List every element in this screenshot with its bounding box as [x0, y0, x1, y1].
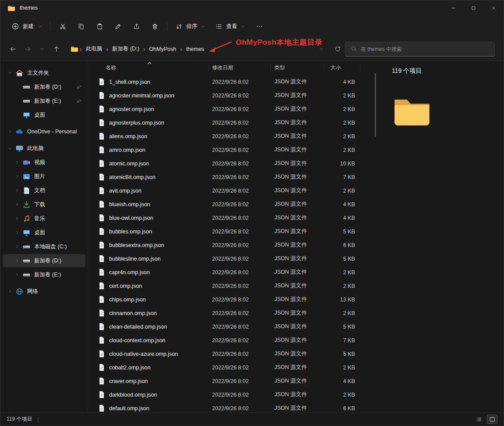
paste-button[interactable]	[90, 18, 109, 34]
breadcrumb-separator: ›	[180, 46, 183, 53]
sidebar-item[interactable]: 网络	[3, 285, 85, 298]
table-row[interactable]: capr4n.omp.json2022/9/26 8:02JSON 源文件2 K…	[88, 265, 380, 279]
table-row[interactable]: atomicBit.omp.json2022/9/26 8:02JSON 源文件…	[88, 170, 380, 184]
table-row[interactable]: bubblesline.omp.json2022/9/26 8:02JSON 源…	[88, 252, 380, 265]
table-row[interactable]: cert.omp.json2022/9/26 8:02JSON 源文件2 KB	[88, 279, 380, 293]
sidebar-item[interactable]: 新加卷 (E:)	[3, 268, 85, 281]
file-name: 1_shell.omp.json	[109, 79, 150, 85]
sidebar-item[interactable]: 视频	[3, 156, 85, 169]
chevron-right-icon[interactable]	[13, 160, 21, 165]
file-date-modified: 2022/9/26 8:02	[209, 106, 271, 112]
column-header-size[interactable]: 大小	[324, 61, 360, 74]
sort-button[interactable]: 排序	[170, 18, 210, 34]
search-input[interactable]	[361, 46, 489, 52]
maximize-button[interactable]	[463, 0, 483, 15]
file-name: agnoster.minimal.omp.json	[109, 93, 174, 99]
up-button[interactable]	[49, 42, 64, 56]
sidebar-item[interactable]: 新加卷 (D:)	[3, 80, 85, 93]
more-button[interactable]	[250, 18, 269, 34]
close-button[interactable]	[483, 0, 504, 15]
view-button[interactable]: 查看	[210, 18, 250, 34]
chevron-right-icon[interactable]	[13, 230, 21, 235]
table-row[interactable]: craver.omp.json2022/9/26 8:02JSON 源文件4 K…	[88, 374, 380, 388]
minimize-button[interactable]	[443, 0, 463, 15]
drive-icon	[22, 82, 31, 91]
sidebar-item[interactable]: 桌面	[3, 108, 85, 122]
table-row[interactable]: avit.omp.json2022/9/26 8:02JSON 源文件2 KB	[88, 184, 380, 197]
table-row[interactable]: default.omp.json2022/9/26 8:02JSON 源文件6 …	[88, 401, 380, 412]
table-row[interactable]: aliens.omp.json2022/9/26 8:02JSON 源文件2 K…	[88, 129, 380, 143]
table-row[interactable]: blueish.omp.json2022/9/26 8:02JSON 源文件4 …	[88, 197, 380, 211]
chevron-down-icon[interactable]	[6, 146, 14, 151]
file-size: 2 KB	[324, 120, 360, 126]
column-header-name[interactable]: 名称	[88, 61, 209, 74]
chevron-right-icon[interactable]	[13, 188, 21, 193]
table-row[interactable]: bubblesextra.omp.json2022/9/26 8:02JSON …	[88, 238, 380, 252]
file-size: 2 KB	[324, 392, 360, 398]
table-row[interactable]: cloud-context.omp.json2022/9/26 8:02JSON…	[88, 333, 380, 347]
table-row[interactable]: blue-owl.omp.json2022/9/26 8:02JSON 源文件4…	[88, 211, 380, 225]
table-row[interactable]: chips.omp.json2022/9/26 8:02JSON 源文件13 K…	[88, 293, 380, 306]
sidebar-item[interactable]: 本地磁盘 (C:)	[3, 240, 85, 253]
table-row[interactable]: agnosterplus.omp.json2022/9/26 8:02JSON …	[88, 116, 380, 129]
sidebar-item[interactable]: 此电脑	[3, 142, 85, 155]
file-name: blue-owl.omp.json	[109, 215, 153, 221]
sidebar: 主文件夹新加卷 (D:)新加卷 (E:)桌面OneDrive - Persona…	[0, 61, 88, 412]
sidebar-item[interactable]: 新加卷 (D:)	[3, 254, 85, 267]
chevron-right-icon[interactable]	[13, 202, 21, 207]
table-row[interactable]: cinnamon.omp.json2022/9/26 8:02JSON 源文件2…	[88, 306, 380, 320]
recent-locations-button[interactable]	[35, 42, 49, 56]
table-row[interactable]: amro.omp.json2022/9/26 8:02JSON 源文件2 KB	[88, 143, 380, 157]
sidebar-item[interactable]: OneDrive - Personal	[3, 125, 85, 138]
chevron-right-icon[interactable]	[13, 174, 21, 179]
table-row[interactable]: cloud-native-azure.omp.json2022/9/26 8:0…	[88, 347, 380, 361]
table-row[interactable]: agnoster.minimal.omp.json2022/9/26 8:02J…	[88, 89, 380, 102]
sidebar-item[interactable]: 桌面	[3, 226, 85, 239]
share-button[interactable]	[127, 18, 146, 34]
chevron-down-icon[interactable]	[6, 70, 14, 75]
table-row[interactable]: atomic.omp.json2022/9/26 8:02JSON 源文件10 …	[88, 157, 380, 170]
table-row[interactable]: bubbles.omp.json2022/9/26 8:02JSON 源文件5 …	[88, 225, 380, 238]
file-type: JSON 源文件	[271, 228, 324, 235]
chevron-right-icon[interactable]	[13, 258, 21, 263]
file-name: chips.omp.json	[109, 297, 146, 303]
breadcrumb-item[interactable]: 此电脑	[82, 45, 106, 53]
breadcrumb-item[interactable]: OhMyPosh	[146, 46, 180, 52]
back-button[interactable]	[6, 42, 20, 56]
table-row[interactable]: cobalt2.omp.json2022/9/26 8:02JSON 源文件2 …	[88, 361, 380, 374]
chevron-right-icon[interactable]	[13, 244, 21, 249]
sidebar-item[interactable]: 图片	[3, 170, 85, 183]
delete-button[interactable]	[146, 18, 164, 34]
table-row[interactable]: clean-detailed.omp.json2022/9/26 8:02JSO…	[88, 320, 380, 333]
sidebar-item[interactable]: 文档	[3, 184, 85, 197]
column-header-date-modified[interactable]: 修改日期	[209, 61, 271, 74]
copy-button[interactable]	[72, 18, 90, 34]
column-header-label: 名称	[106, 64, 116, 72]
sidebar-item[interactable]: 新加卷 (E:)	[3, 94, 85, 107]
chevron-right-icon[interactable]	[13, 272, 21, 277]
details-view-button[interactable]	[474, 415, 484, 424]
pin-icon	[76, 84, 82, 90]
table-row[interactable]: darkblood.omp.json2022/9/26 8:02JSON 源文件…	[88, 388, 380, 401]
chevron-right-icon[interactable]	[13, 216, 21, 221]
new-button[interactable]: 新建	[7, 18, 47, 34]
cut-button[interactable]	[53, 18, 72, 34]
table-row[interactable]: agnoster.omp.json2022/9/26 8:02JSON 源文件2…	[88, 102, 380, 116]
table-row[interactable]: 1_shell.omp.json2022/9/26 8:02JSON 源文件4 …	[88, 75, 380, 89]
breadcrumb-item[interactable]: 新加卷 (D:)	[109, 45, 143, 53]
sidebar-item[interactable]: 下载	[3, 198, 85, 211]
file-icon	[99, 146, 105, 154]
forward-button[interactable]	[20, 42, 35, 56]
scrollbar[interactable]	[375, 73, 376, 137]
file-date-modified: 2022/9/26 8:02	[209, 310, 271, 316]
rename-button[interactable]	[109, 18, 127, 34]
sidebar-item[interactable]: 音乐	[3, 212, 85, 225]
chevron-right-icon[interactable]	[6, 289, 14, 294]
refresh-button[interactable]	[330, 42, 345, 56]
file-date-modified: 2022/9/26 8:02	[209, 174, 271, 180]
search-box[interactable]	[345, 42, 495, 57]
column-header-type[interactable]: 类型	[271, 61, 324, 74]
chevron-right-icon[interactable]	[6, 129, 14, 134]
thumbnail-view-button[interactable]	[487, 415, 497, 424]
sidebar-item[interactable]: 主文件夹	[3, 66, 85, 79]
